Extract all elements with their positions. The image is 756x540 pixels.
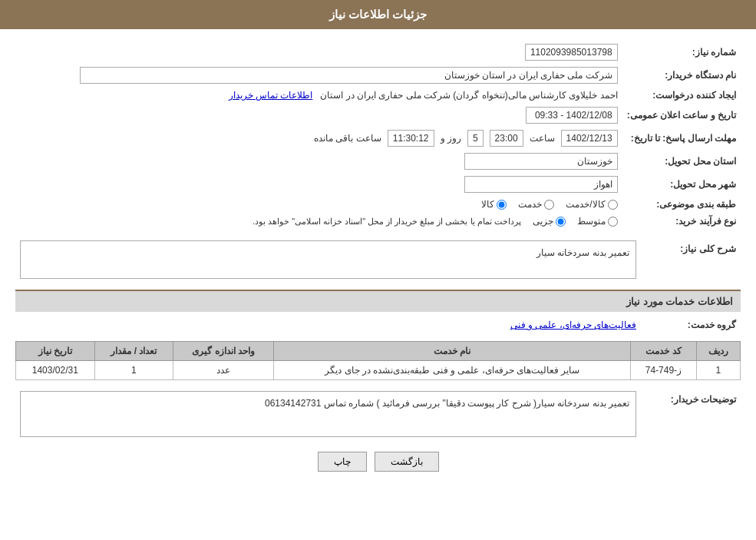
table-row: 1 ز-749-74 سایر فعالیت‌های حرفه‌ای، علمی… (16, 361, 741, 380)
announce-datetime-value: 1402/12/08 - 09:33 (526, 107, 618, 124)
purchase-radio-jozi[interactable] (556, 217, 566, 227)
services-section-title: اطلاعات خدمات مورد نیاز (15, 290, 741, 312)
print-button[interactable]: چاپ (318, 452, 367, 472)
cell-unit: عدد (173, 361, 274, 380)
col-header-date: تاریخ نیاز (16, 342, 95, 361)
purchase-note: پرداخت تمام یا بخشی از مبلغ خریدار از مح… (253, 217, 521, 227)
response-days-label: روز و (441, 133, 461, 144)
purchase-option-jozi: جزیی (533, 216, 566, 227)
announce-datetime-label: تاریخ و ساعت اعلان عمومی: (622, 104, 741, 127)
col-header-quantity: تعداد / مقدار (94, 342, 173, 361)
category-radio-kala-khadamat[interactable] (608, 200, 618, 210)
city-label: شهر محل تحویل: (622, 173, 741, 196)
response-time-label: ساعت (530, 133, 555, 144)
city-value: اهواز (464, 176, 618, 193)
province-value: خوزستان (464, 153, 618, 170)
need-number-label: شماره نیاز: (622, 41, 741, 64)
col-header-unit: واحد اندازه گیری (173, 342, 274, 361)
buyer-label: نام دستگاه خریدار: (622, 64, 741, 87)
need-number-value: 1102093985013798 (525, 44, 618, 61)
back-button[interactable]: بازگشت (375, 452, 439, 472)
cell-service-code: ز-749-74 (631, 361, 697, 380)
service-group-value[interactable]: فعالیت‌های حرفه‌ای، علمی و فنی (510, 320, 636, 330)
cell-row-num: 1 (696, 361, 740, 380)
category-option-khadamat: خدمت (518, 199, 554, 210)
response-date-value: 1402/12/13 (561, 130, 618, 147)
cell-date: 1403/02/31 (16, 361, 95, 380)
category-option-kala-khadamat: کالا/خدمت (566, 199, 617, 210)
creator-contact-link[interactable]: اطلاعات تماس خریدار (229, 90, 313, 101)
buyer-value: شرکت ملی حفاری ایران در استان خوزستان (80, 67, 618, 84)
page-header: جزئیات اطلاعات نیاز (0, 0, 756, 29)
col-header-service-code: کد خدمت (631, 342, 697, 361)
general-description-label: شرح کلی نیاز: (641, 237, 741, 282)
service-group-label: گروه خدمت: (641, 316, 741, 333)
category-option-kala: کالا (481, 199, 507, 210)
creator-label: ایجاد کننده درخواست: (622, 87, 741, 104)
buyer-description-value: تعمیر بدنه سردخانه سیار( شرح کار پیوست د… (20, 391, 636, 437)
response-deadline-label: مهلت ارسال پاسخ: تا تاریخ: (622, 127, 741, 150)
button-row: بازگشت چاپ (15, 452, 741, 472)
province-label: استان محل تحویل: (622, 150, 741, 173)
category-radio-khadamat[interactable] (544, 200, 554, 210)
col-header-row-num: ردیف (696, 342, 740, 361)
buyer-description-label: توضیحات خریدار: (641, 388, 741, 440)
category-radio-kala[interactable] (497, 200, 507, 210)
purchase-radio-mutavasset[interactable] (608, 217, 618, 227)
cell-service-name: سایر فعالیت‌های حرفه‌ای، علمی و فنی طبقه… (274, 361, 631, 380)
response-days-value: 5 (467, 130, 484, 147)
purchase-type-label: نوع فرآیند خرید: (622, 213, 741, 230)
col-header-service-name: نام خدمت (274, 342, 631, 361)
response-time-remaining: 11:30:12 (388, 130, 434, 147)
general-description-value: تعمیر بدنه سردخانه سیار (20, 240, 636, 279)
category-label: طبقه بندی موضوعی: (622, 196, 741, 213)
response-time-value: 23:00 (490, 130, 523, 147)
page-title: جزئیات اطلاعات نیاز (329, 8, 427, 21)
creator-value: احمد خلیلاوی کارشناس مالی(تنخواه گردان) … (320, 90, 617, 101)
response-remaining-label: ساعت باقی مانده (314, 133, 381, 144)
purchase-option-mutavasset: متوسط (577, 216, 618, 227)
cell-quantity: 1 (94, 361, 173, 380)
